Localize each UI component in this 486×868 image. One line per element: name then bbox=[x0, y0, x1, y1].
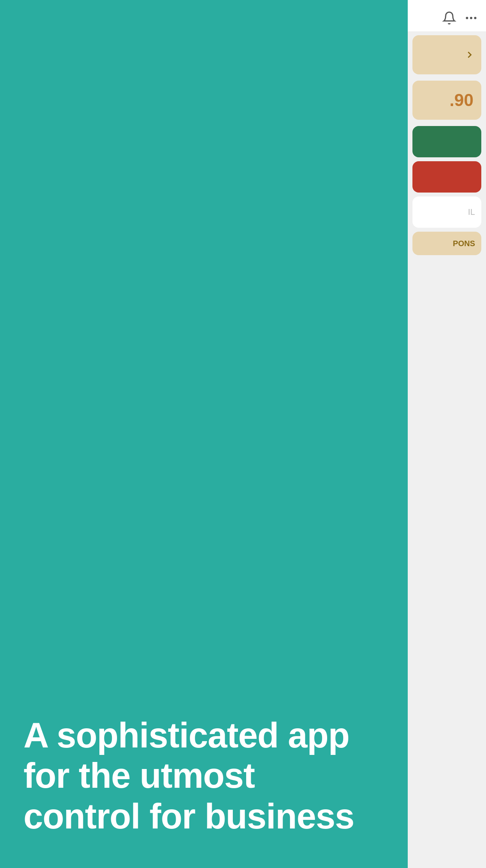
price-display: .90 bbox=[450, 90, 473, 110]
bg-input-label: IL bbox=[468, 207, 475, 217]
chevron-right-bg bbox=[464, 49, 475, 60]
bg-input-field: IL bbox=[412, 196, 481, 228]
svg-point-0 bbox=[466, 17, 468, 19]
marketing-line3: control for business bbox=[23, 797, 354, 836]
bg-card-1 bbox=[412, 35, 481, 74]
svg-point-2 bbox=[474, 17, 477, 19]
marketing-line1: A sophisticated app bbox=[23, 716, 349, 755]
marketing-section: A sophisticated app for the utmost contr… bbox=[23, 715, 463, 837]
marketing-text: A sophisticated app for the utmost contr… bbox=[23, 715, 463, 837]
more-icon bbox=[464, 11, 478, 25]
bg-topbar bbox=[408, 0, 486, 31]
coupon-text: PONS bbox=[453, 239, 475, 248]
price-card: .90 bbox=[412, 81, 481, 120]
svg-point-1 bbox=[470, 17, 472, 19]
marketing-line2: for the utmost bbox=[23, 756, 255, 795]
bg-coupon-button: PONS bbox=[412, 232, 481, 255]
bg-red-button bbox=[412, 161, 481, 193]
bell-icon bbox=[442, 11, 456, 25]
bg-green-button bbox=[412, 126, 481, 157]
